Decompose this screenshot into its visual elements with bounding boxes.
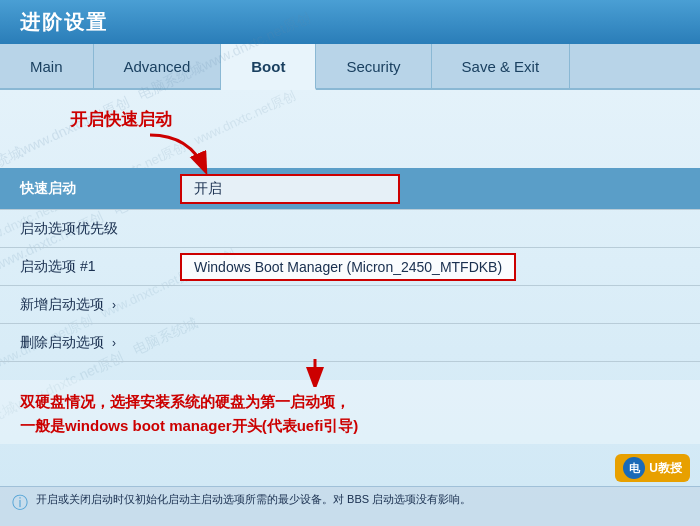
annotation-bottom-line1: 双硬盘情况，选择安装系统的硬盘为第一启动项， [20, 390, 680, 414]
tab-main[interactable]: Main [0, 44, 94, 88]
arrow2-icon [290, 357, 340, 387]
logo-icon: 电 [623, 457, 645, 479]
status-bar: ⓘ 开启或关闭启动时仅初始化启动主启动选项所需的最少设备。对 BBS 启动选项没… [0, 486, 700, 526]
add-boot-chevron: › [112, 298, 116, 312]
bottom-annotation: 双硬盘情况，选择安装系统的硬盘为第一启动项， 一般是windows boot m… [0, 380, 700, 444]
settings-list: 快速启动 开启 启动选项优先级 启动选项 #1 Windows Boot Man… [0, 168, 700, 362]
setting-row-add-boot[interactable]: 新增启动选项 › [0, 286, 700, 324]
tab-boot[interactable]: Boot [221, 44, 316, 90]
boot-priority-label: 启动选项优先级 [20, 220, 180, 238]
bios-window: 电脑系统城www.dnxtc.net原创 电脑系统城www.dnxtc.net原… [0, 0, 700, 526]
logo-badge: 电 U教授 [615, 454, 690, 482]
setting-row-fast-boot[interactable]: 快速启动 开启 [0, 168, 700, 210]
window-title: 进阶设置 [20, 9, 108, 36]
tab-advanced[interactable]: Advanced [94, 44, 222, 88]
add-boot-label: 新增启动选项 › [20, 296, 180, 314]
info-icon: ⓘ [12, 493, 28, 514]
delete-boot-label: 删除启动选项 › [20, 334, 180, 352]
annotation-bottom-line2: 一般是windows boot manager开头(代表uefi引导) [20, 414, 680, 438]
boot-option1-value[interactable]: Windows Boot Manager (Micron_2450_MTFDKB… [180, 253, 516, 281]
tab-save-exit[interactable]: Save & Exit [432, 44, 571, 88]
tab-bar: Main Advanced Boot Security Save & Exit [0, 44, 700, 90]
delete-boot-chevron: › [112, 336, 116, 350]
arrow-icon [140, 130, 220, 180]
setting-row-boot-priority[interactable]: 启动选项优先级 [0, 210, 700, 248]
annotation-top: 开启快速启动 [70, 108, 172, 131]
logo-text: U教授 [649, 460, 682, 477]
tab-security[interactable]: Security [316, 44, 431, 88]
status-text: 开启或关闭启动时仅初始化启动主启动选项所需的最少设备。对 BBS 启动选项没有影… [36, 491, 471, 508]
title-bar: 进阶设置 [0, 0, 700, 44]
setting-row-delete-boot[interactable]: 删除启动选项 › [0, 324, 700, 362]
boot-option1-label: 启动选项 #1 [20, 258, 180, 276]
content-area: 开启快速启动 快速启动 开启 启动选项优先级 [0, 90, 700, 444]
setting-row-boot-option1[interactable]: 启动选项 #1 Windows Boot Manager (Micron_245… [0, 248, 700, 286]
fast-boot-label: 快速启动 [20, 180, 180, 198]
